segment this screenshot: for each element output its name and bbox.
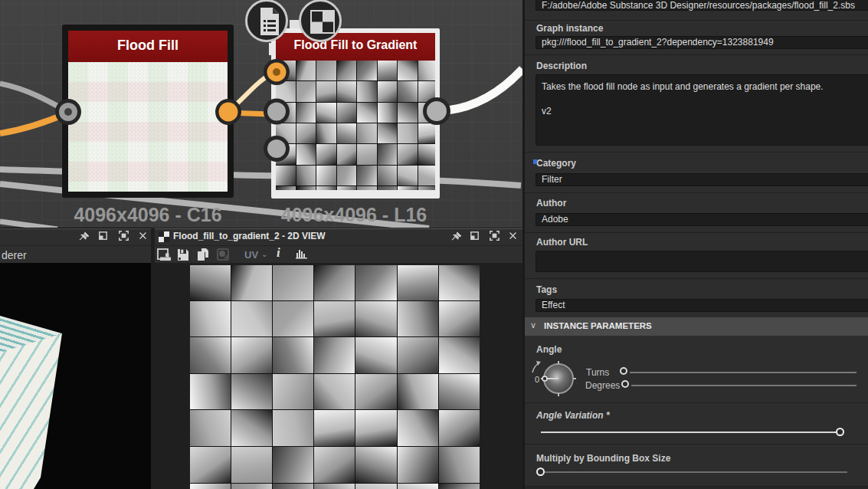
svg-text:0: 0 — [535, 375, 539, 384]
